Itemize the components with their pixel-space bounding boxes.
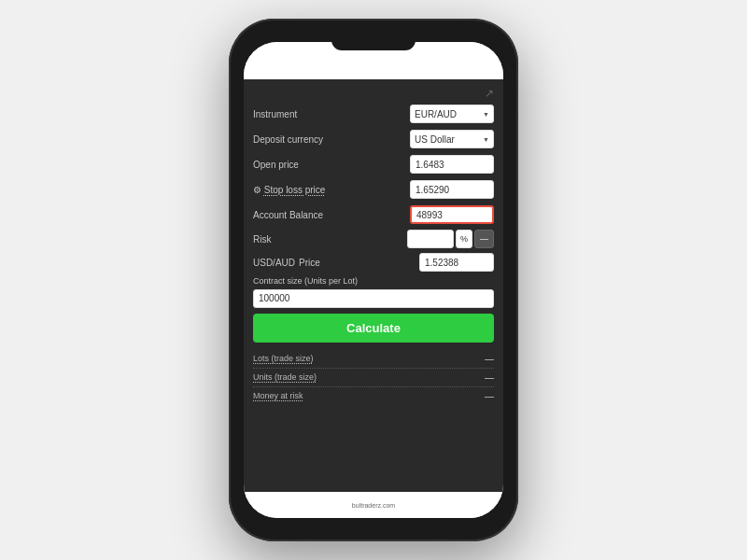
contract-size-section: Contract size (Units per Lot) [253,276,494,308]
deposit-currency-row: Deposit currency US Dollar ▼ [253,129,494,149]
units-value: — [485,372,494,383]
contract-size-input[interactable] [253,289,494,308]
phone-notch [331,30,416,50]
lots-result-row: Lots (trade size) — [253,350,494,369]
chevron-down-icon: ▼ [483,111,489,118]
risk-percent-button[interactable]: % [456,230,472,248]
app-container: ↗︎ Instrument EUR/AUD ▼ Deposit currency… [244,79,503,492]
phone-frame: ↗︎ Instrument EUR/AUD ▼ Deposit currency… [229,19,518,541]
calculate-button[interactable]: Calculate [253,314,494,343]
watermark: bultraderz.com [352,502,395,509]
deposit-currency-label: Deposit currency [253,134,410,145]
stop-loss-row: ⚙ Stop loss price [253,179,494,200]
lots-value: — [485,354,494,364]
screen-bottom-area: bultraderz.com [244,492,503,518]
usd-aud-label: USD/AUD [253,258,295,268]
units-label: Units (trade size) [253,372,485,382]
instrument-value: EUR/AUD [415,109,457,119]
usd-aud-row: USD/AUD Price [253,253,494,272]
risk-input[interactable] [407,230,454,248]
money-at-risk-label: Money at risk [253,391,485,400]
instrument-select[interactable]: EUR/AUD ▼ [410,105,494,123]
instrument-row: Instrument EUR/AUD ▼ [253,104,494,124]
open-price-row: Open price [253,154,494,175]
instrument-label: Instrument [253,109,410,119]
money-at-risk-row: Money at risk — [253,387,494,405]
app-screen: ↗︎ Instrument EUR/AUD ▼ Deposit currency… [244,79,503,492]
chevron-down-icon-2: ▼ [483,136,489,143]
phone-screen: ↗︎ Instrument EUR/AUD ▼ Deposit currency… [244,42,503,518]
stop-loss-input[interactable] [410,180,494,199]
deposit-currency-select[interactable]: US Dollar ▼ [410,130,494,148]
open-price-input[interactable] [410,155,494,174]
stop-loss-label: ⚙ Stop loss price [253,185,410,195]
risk-row: Risk % — [253,230,494,248]
money-at-risk-value: — [485,391,494,401]
risk-input-group: % — [407,230,494,248]
account-balance-label: Account Balance [253,210,410,220]
external-link-icon[interactable]: ↗︎ [485,87,494,100]
open-price-label: Open price [253,160,410,170]
price-label: Price [299,258,419,268]
gear-icon: ⚙ [253,185,261,195]
lots-label: Lots (trade size) [253,354,485,363]
price-input[interactable] [419,253,494,272]
account-balance-row: Account Balance [253,204,494,225]
risk-minus-button[interactable]: — [474,230,494,248]
deposit-currency-value: US Dollar [415,134,455,145]
account-balance-input[interactable] [410,205,494,224]
contract-size-label: Contract size (Units per Lot) [253,276,494,286]
units-result-row: Units (trade size) — [253,369,494,387]
top-bar: ↗︎ [253,87,494,100]
risk-label: Risk [253,234,407,245]
